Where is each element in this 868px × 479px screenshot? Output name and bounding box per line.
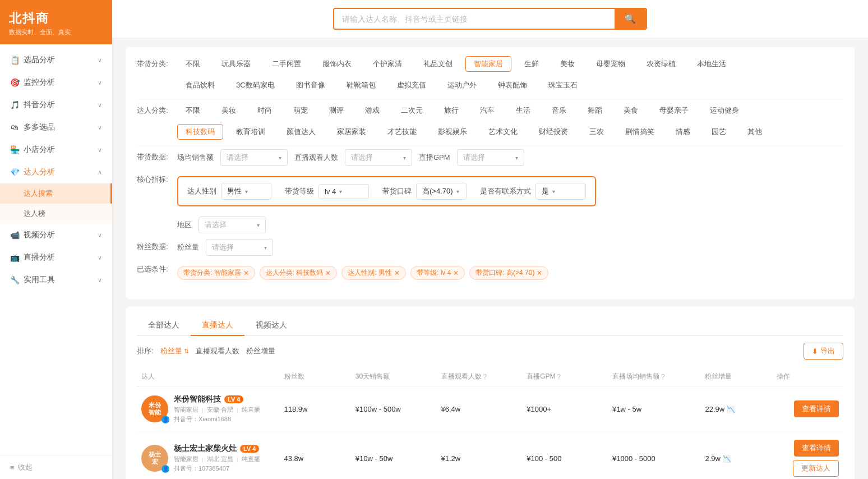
selected-tag-close-gender[interactable]: ✕	[394, 269, 400, 277]
creator-cat-tag-travel[interactable]: 旅行	[436, 103, 467, 118]
creator-cat-tag-fashion[interactable]: 时尚	[249, 103, 280, 118]
sidebar-item-tools[interactable]: 🔧 实用工具 ∨	[0, 269, 112, 291]
result-tab-live[interactable]: 直播达人	[191, 316, 244, 336]
selected-tag-close-creator-cat[interactable]: ✕	[325, 269, 331, 277]
goods-cat2-tag-books[interactable]: 图书音像	[288, 77, 334, 93]
creator-cat-tag-car[interactable]: 汽车	[472, 103, 503, 118]
creator-cat2-tag-drama[interactable]: 剧情搞笑	[617, 124, 663, 140]
creator-id-row1: 抖音号：Xiaomi1688	[174, 415, 260, 423]
goods-cat2-tag-outdoor[interactable]: 运动户外	[439, 77, 485, 93]
goods-cat2-tag-food[interactable]: 食品饮料	[177, 77, 223, 93]
goods-cat2-tag-virtual[interactable]: 虚拟充值	[389, 77, 435, 93]
goods-cat-tag-secondhand[interactable]: 二手闲置	[264, 56, 310, 72]
selected-tag-creator-cat: 达人分类: 科技数码 ✕	[260, 266, 338, 280]
region-select[interactable]: 请选择 ▾	[198, 217, 266, 233]
sidebar-item-multi-select[interactable]: 🛍 多多选品 ∨	[0, 116, 112, 139]
creator-cat-tag-all[interactable]: 不限	[177, 103, 209, 118]
creator-cat2-tag-value[interactable]: 颜值达人	[278, 124, 324, 140]
goods-cat-tag-beauty[interactable]: 美妆	[552, 56, 583, 72]
creator-category-tags-row2: 科技数码教育培训颜值达人家居家装才艺技能影视娱乐艺术文化财经投资三农剧情搞笑情感…	[177, 124, 843, 140]
creator-cat-tag-dance[interactable]: 舞蹈	[579, 103, 611, 118]
goods-cat-tag-all[interactable]: 不限	[177, 56, 209, 72]
sidebar-item-product-analysis[interactable]: 📋 选品分析 ∨	[0, 49, 112, 71]
detail-btn-row2[interactable]: 查看详情	[794, 440, 839, 457]
sales30-cell-row2: ¥10w - 50w	[351, 454, 437, 463]
sidebar-sub-item-creator-rank[interactable]: 达人榜	[0, 204, 112, 224]
creator-cat-tag-anime[interactable]: 二次元	[393, 103, 431, 118]
search-button[interactable]: 🔍	[615, 9, 646, 29]
update-btn-row2[interactable]: 更新达人	[793, 460, 839, 477]
avg-sales-select[interactable]: 请选择 ▾	[220, 149, 288, 166]
creator-cat2-tag-finance[interactable]: 财经投资	[530, 124, 576, 140]
creator-cat-tag-review[interactable]: 测评	[321, 103, 352, 118]
sidebar-collapse-btn[interactable]: ≡ 收起	[0, 455, 112, 479]
goods-cat-tag-clothing[interactable]: 服饰内衣	[314, 56, 360, 72]
creator-cat2-tag-gardening[interactable]: 园艺	[703, 124, 735, 140]
creator-cat-tag-game[interactable]: 游戏	[357, 103, 388, 118]
selected-tag-close-reputation[interactable]: ✕	[537, 269, 542, 277]
creator-cat2-tag-agriculture[interactable]: 三农	[581, 124, 612, 140]
creator-cat-tag-sports[interactable]: 运动健身	[701, 103, 747, 118]
goods-cat2-tag-watch[interactable]: 钟表配饰	[490, 77, 535, 93]
avg-sales-label: 场均销售额	[177, 153, 214, 163]
sidebar-sub-creator-analysis: 达人搜索达人榜	[0, 183, 112, 224]
live-viewers-select[interactable]: 请选择 ▾	[345, 149, 412, 166]
detail-btn-row1[interactable]: 查看详情	[794, 400, 839, 417]
fans-count-select[interactable]: 请选择 ▾	[206, 239, 273, 256]
level-select[interactable]: lv 4 ▾	[318, 184, 369, 199]
sidebar-item-creator-analysis[interactable]: 💎 达人分析 ∧	[0, 161, 112, 183]
result-tab-video[interactable]: 视频达人	[244, 316, 298, 336]
creator-cat2-tag-culture[interactable]: 艺术文化	[480, 124, 526, 140]
goods-cat-tag-gifts[interactable]: 礼品文创	[415, 56, 461, 72]
help-icon-live-viewers[interactable]: ?	[483, 373, 487, 381]
goods-cat2-tag-jewelry[interactable]: 珠宝玉石	[540, 77, 586, 93]
sort-item-live-viewers[interactable]: 直播观看人数	[196, 346, 239, 356]
help-icon-live-gpm[interactable]: ?	[557, 373, 561, 381]
sidebar-item-left: 🛍 多多选品	[10, 122, 55, 132]
export-button[interactable]: ⬇ 导出	[804, 343, 843, 360]
goods-cat2-tag-shoes[interactable]: 鞋靴箱包	[338, 77, 384, 93]
creator-cat2-tag-entertainment[interactable]: 影视娱乐	[430, 124, 475, 140]
header-label: 粉丝数	[284, 372, 304, 381]
selected-tag-close-level[interactable]: ✕	[453, 269, 459, 277]
content-area: 带货分类: 不限玩具乐器二手闲置服饰内衣个护家清礼品文创智能家居生鲜美妆母婴宠物…	[112, 38, 868, 479]
creator-cat-tag-life[interactable]: 生活	[507, 103, 539, 118]
goods-cat-tag-plants[interactable]: 农资绿植	[638, 56, 684, 72]
creator-cat2-tag-tech[interactable]: 科技数码	[177, 124, 223, 140]
creator-cat-tag-pets[interactable]: 萌宠	[285, 103, 316, 118]
help-icon-live-avg-sales[interactable]: ?	[661, 373, 665, 381]
sidebar-item-video-analysis[interactable]: 📹 视频分析 ∨	[0, 224, 112, 246]
creator-cat-tag-parenting[interactable]: 母婴亲子	[651, 103, 697, 118]
creator-cat2-tag-home[interactable]: 家居家装	[329, 124, 375, 140]
goods-cat-tag-personal[interactable]: 个护家清	[364, 56, 410, 72]
sidebar-item-tiktok-analysis[interactable]: 🎵 抖音分析 ∨	[0, 94, 112, 116]
creator-cat-tag-beauty[interactable]: 美妆	[213, 103, 244, 118]
gender-select[interactable]: 男性 ▾	[221, 183, 271, 200]
creator-cat2-tag-education[interactable]: 教育培训	[228, 124, 274, 140]
goods-cat2-tag-digital[interactable]: 3C数码家电	[228, 77, 283, 93]
creator-cat2-tag-art[interactable]: 才艺技能	[379, 124, 425, 140]
sidebar-sub-item-creator-search[interactable]: 达人搜索	[0, 183, 112, 204]
contact-select[interactable]: 是 ▾	[535, 183, 586, 200]
creator-cat2-tag-other[interactable]: 其他	[739, 124, 770, 140]
creator-cat-tag-music[interactable]: 音乐	[543, 103, 575, 118]
sidebar-item-shop-analysis[interactable]: 🏪 小店分析 ∨	[0, 139, 112, 161]
live-gpm-select[interactable]: 请选择 ▾	[457, 149, 524, 166]
selected-tag-close-goods-cat[interactable]: ✕	[243, 269, 249, 277]
goods-cat-tag-local[interactable]: 本地生活	[689, 56, 735, 72]
creator-cat-tag-food2[interactable]: 美食	[615, 103, 647, 118]
sidebar-item-live-analysis[interactable]: 📺 直播分析 ∨	[0, 246, 112, 269]
creator-cat2-tag-emotion[interactable]: 情感	[667, 124, 699, 140]
sort-item-fans[interactable]: 粉丝量⇅	[160, 346, 189, 356]
selected-tag-text: 带货口碑: 高(>4.70)	[475, 268, 534, 278]
result-tab-all[interactable]: 全部达人	[137, 316, 191, 336]
sort-item-fans-growth[interactable]: 粉丝增量	[246, 346, 275, 356]
sales-pitch-select[interactable]: 高(>4.70) ▾	[416, 183, 467, 200]
goods-cat-tag-fresh[interactable]: 生鲜	[516, 56, 547, 72]
fans-growth-cell-row1: 22.9w 📉	[700, 405, 772, 413]
search-input[interactable]	[334, 10, 615, 28]
goods-cat-tag-baby[interactable]: 母婴宠物	[588, 56, 634, 72]
sidebar-item-monitor-analysis[interactable]: 🎯 监控分析 ∨	[0, 71, 112, 94]
goods-cat-tag-smart-home[interactable]: 智能家居	[465, 56, 511, 72]
goods-cat-tag-toys[interactable]: 玩具乐器	[213, 56, 259, 72]
